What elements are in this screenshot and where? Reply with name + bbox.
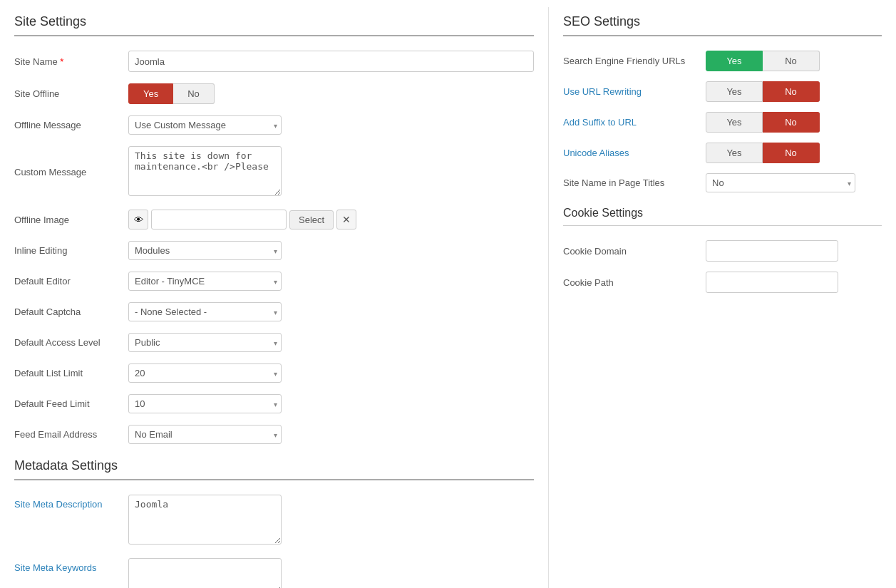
cookie-domain-row: Cookie Domain [563, 240, 882, 262]
unicode-aliases-yes-btn[interactable]: Yes [706, 143, 763, 163]
unicode-aliases-row: Unicode Aliases Yes No [563, 143, 882, 163]
site-offline-toggle: Yes No [128, 83, 534, 104]
default-editor-select-wrapper: Editor - TinyMCE Editor - None Editor - … [128, 272, 282, 291]
site-name-page-titles-row: Site Name in Page Titles No Before After… [563, 173, 882, 192]
cookie-path-label: Cookie Path [563, 277, 706, 288]
url-rewriting-label: Use URL Rewriting [563, 86, 706, 97]
site-meta-description-textarea[interactable]: Joomla [128, 495, 282, 545]
cookie-domain-input[interactable] [706, 240, 838, 262]
site-meta-description-wrap: Joomla [128, 495, 282, 547]
clear-icon: ✕ [342, 214, 351, 225]
sef-urls-toggle: Yes No [706, 51, 820, 71]
default-access-level-select-wrapper: Public Registered Special Guest Super Us… [128, 333, 282, 352]
default-list-limit-select-wrapper: 5 10 15 20 25 30 50 100 ▾ [128, 363, 282, 383]
site-name-label: Site Name * [14, 56, 128, 67]
default-feed-limit-select[interactable]: 5 10 15 20 25 [128, 394, 282, 413]
site-name-row: Site Name * [14, 51, 534, 72]
site-offline-no-btn[interactable]: No [173, 83, 215, 104]
add-suffix-row: Add Suffix to URL Yes No [563, 112, 882, 133]
feed-email-address-select-wrapper: No Email Author Email Site Email ▾ [128, 425, 282, 444]
site-meta-description-label: Site Meta Description [14, 495, 128, 510]
default-captcha-row: Default Captcha - None Selected - reCapt… [14, 302, 534, 321]
default-access-level-select[interactable]: Public Registered Special Guest Super Us… [128, 333, 282, 352]
site-offline-row: Site Offline Yes No [14, 83, 534, 104]
seo-settings-title: SEO Settings [563, 14, 882, 36]
add-suffix-toggle: Yes No [706, 112, 820, 133]
offline-image-clear-btn[interactable]: ✕ [336, 210, 356, 229]
cookie-domain-label: Cookie Domain [563, 246, 706, 257]
site-name-page-titles-label: Site Name in Page Titles [563, 177, 706, 188]
sef-urls-label: Search Engine Friendly URLs [563, 56, 706, 66]
sef-urls-no-btn[interactable]: No [763, 51, 820, 71]
default-access-level-row: Default Access Level Public Registered S… [14, 333, 534, 352]
site-name-page-titles-select-wrapper: No Before After ▾ [706, 173, 855, 192]
site-offline-yes-btn[interactable]: Yes [128, 83, 173, 104]
offline-message-select[interactable]: Use Custom Message Use Default Message H… [128, 115, 282, 135]
inline-editing-select[interactable]: None Modules Modules & Plugins [128, 241, 282, 260]
site-meta-description-row: Site Meta Description Joomla [14, 495, 534, 547]
feed-email-address-label: Feed Email Address [14, 429, 128, 440]
unicode-aliases-label: Unicode Aliases [563, 148, 706, 158]
custom-message-textarea[interactable]: This site is down for maintenance.<br />… [128, 146, 282, 196]
offline-image-label: Offline Image [14, 215, 128, 225]
default-access-level-label: Default Access Level [14, 337, 128, 348]
offline-image-input[interactable] [151, 210, 287, 229]
metadata-settings-title: Metadata Settings [14, 458, 534, 480]
site-name-page-titles-select[interactable]: No Before After [706, 173, 855, 192]
add-suffix-label: Add Suffix to URL [563, 117, 706, 128]
offline-message-label: Offline Message [14, 120, 128, 130]
site-meta-keywords-wrap [128, 558, 282, 588]
default-captcha-select[interactable]: - None Selected - reCaptcha [128, 302, 282, 321]
inline-editing-row: Inline Editing None Modules Modules & Pl… [14, 241, 534, 260]
required-indicator: * [60, 56, 63, 67]
site-name-input[interactable] [128, 51, 534, 72]
inline-editing-label: Inline Editing [14, 245, 128, 256]
offline-image-row: Offline Image 👁 Select ✕ [14, 210, 534, 229]
default-editor-label: Default Editor [14, 276, 128, 287]
default-editor-select[interactable]: Editor - TinyMCE Editor - None Editor - … [128, 272, 282, 291]
default-captcha-select-wrapper: - None Selected - reCaptcha ▾ [128, 302, 282, 321]
offline-message-select-wrapper: Use Custom Message Use Default Message H… [128, 115, 282, 135]
feed-email-address-row: Feed Email Address No Email Author Email… [14, 425, 534, 444]
custom-message-label: Custom Message [14, 167, 128, 177]
offline-message-row: Offline Message Use Custom Message Use D… [14, 115, 534, 135]
inline-editing-select-wrapper: None Modules Modules & Plugins ▾ [128, 241, 282, 260]
default-list-limit-label: Default List Limit [14, 368, 128, 378]
site-meta-keywords-row: Site Meta Keywords [14, 558, 534, 588]
default-list-limit-select[interactable]: 5 10 15 20 25 30 50 100 [128, 363, 282, 383]
default-list-limit-row: Default List Limit 5 10 15 20 25 30 50 1… [14, 363, 534, 383]
offline-image-select-btn[interactable]: Select [289, 210, 334, 229]
sef-urls-row: Search Engine Friendly URLs Yes No [563, 51, 882, 71]
default-feed-limit-select-wrapper: 5 10 15 20 25 ▾ [128, 394, 282, 413]
offline-image-group: 👁 Select ✕ [128, 210, 534, 229]
sef-urls-yes-btn[interactable]: Yes [706, 51, 763, 71]
site-settings-title: Site Settings [14, 14, 534, 36]
custom-message-wrap: This site is down for maintenance.<br />… [128, 146, 282, 198]
url-rewriting-yes-btn[interactable]: Yes [706, 81, 763, 102]
cookie-settings-title: Cookie Settings [563, 207, 882, 226]
unicode-aliases-no-btn[interactable]: No [763, 143, 820, 163]
url-rewriting-row: Use URL Rewriting Yes No [563, 81, 882, 102]
url-rewriting-no-btn[interactable]: No [763, 81, 820, 102]
eye-icon: 👁 [134, 215, 143, 225]
feed-email-address-select[interactable]: No Email Author Email Site Email [128, 425, 282, 444]
offline-image-eye-btn[interactable]: 👁 [128, 210, 148, 229]
default-captcha-label: Default Captcha [14, 306, 128, 317]
site-meta-keywords-label: Site Meta Keywords [14, 558, 128, 573]
unicode-aliases-toggle: Yes No [706, 143, 820, 163]
default-feed-limit-row: Default Feed Limit 5 10 15 20 25 ▾ [14, 394, 534, 413]
cookie-path-row: Cookie Path [563, 272, 882, 293]
default-editor-row: Default Editor Editor - TinyMCE Editor -… [14, 272, 534, 291]
default-feed-limit-label: Default Feed Limit [14, 398, 128, 409]
custom-message-row: Custom Message This site is down for mai… [14, 146, 534, 198]
site-offline-label: Site Offline [14, 88, 128, 99]
site-meta-keywords-textarea[interactable] [128, 558, 282, 588]
add-suffix-yes-btn[interactable]: Yes [706, 112, 763, 133]
url-rewriting-toggle: Yes No [706, 81, 820, 102]
add-suffix-no-btn[interactable]: No [763, 112, 820, 133]
cookie-path-input[interactable] [706, 272, 838, 293]
